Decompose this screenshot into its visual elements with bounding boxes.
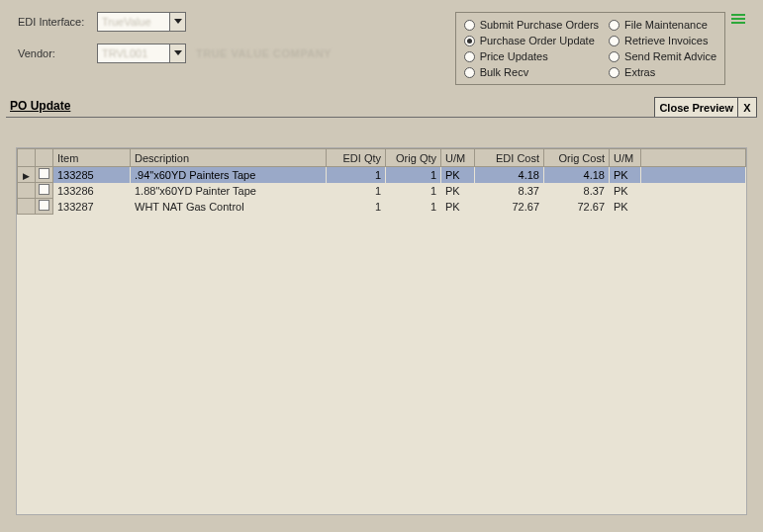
col-filler (641, 149, 746, 167)
radio-label: Retrieve Invoices (624, 35, 708, 46)
radio-price-updates[interactable]: Price Updates (464, 50, 599, 62)
cell-orig-cost: 4.18 (544, 167, 610, 183)
radio-label: Purchase Order Update (480, 35, 595, 46)
radio-dot-icon (464, 36, 475, 46)
edi-interface-value: TrueValue (102, 16, 151, 28)
cell-orig-qty: 1 (386, 167, 441, 183)
col-item[interactable]: Item (53, 149, 131, 167)
radio-bulk-recv[interactable]: Bulk Recv (464, 66, 599, 78)
cell-edi-cost: 4.18 (475, 167, 544, 183)
cell-edi-qty: 1 (327, 199, 386, 215)
grid-corner (18, 149, 36, 167)
radio-label: Extras (624, 66, 655, 78)
table-row[interactable]: 1332861.88"x60YD Painter Tape11PK8.378.3… (18, 183, 746, 199)
cell-filler (641, 167, 746, 183)
radio-label: Send Remit Advice (624, 50, 716, 62)
svg-marker-1 (174, 50, 182, 55)
radio-label: Submit Purchase Orders (480, 19, 599, 31)
row-marker (18, 199, 36, 215)
col-edi-qty[interactable]: EDI Qty (327, 149, 386, 167)
cell-filler (641, 183, 746, 199)
svg-rect-2 (731, 14, 745, 16)
col-desc[interactable]: Description (131, 149, 327, 167)
radio-dot-icon (609, 36, 620, 46)
radio-label: Bulk Recv (480, 66, 529, 78)
radio-dot-icon (464, 67, 475, 78)
vendor-label: Vendor: (18, 47, 97, 59)
radio-label: Price Updates (480, 50, 548, 62)
close-preview-button[interactable]: Close Preview (654, 97, 737, 117)
cell-item: 133287 (53, 199, 131, 215)
row-checkbox[interactable] (36, 167, 53, 183)
vendor-value: TRVL001 (102, 47, 147, 59)
cell-edi-qty: 1 (327, 183, 386, 199)
row-checkbox[interactable] (36, 183, 53, 199)
chevron-down-icon (169, 44, 185, 62)
cell-um1: PK (441, 183, 475, 199)
col-orig-cost[interactable]: Orig Cost (544, 149, 610, 167)
radio-dot-icon (609, 67, 620, 78)
cell-item: 133286 (53, 183, 131, 199)
cell-orig-cost: 8.37 (544, 183, 610, 199)
cell-orig-cost: 72.67 (544, 199, 610, 215)
radio-send-remit-advice[interactable]: Send Remit Advice (609, 50, 716, 62)
cell-desc: .94"x60YD Painters Tape (131, 167, 327, 183)
section-title: PO Update (6, 97, 72, 117)
cell-filler (641, 199, 746, 215)
cell-edi-cost: 8.37 (475, 183, 544, 199)
cell-desc: 1.88"x60YD Painter Tape (131, 183, 327, 199)
po-grid[interactable]: Item Description EDI Qty Orig Qty U/M ED… (16, 147, 747, 515)
edi-interface-combo[interactable]: TrueValue (97, 12, 186, 32)
cell-edi-cost: 72.67 (475, 199, 544, 215)
table-row[interactable]: 133287WHT NAT Gas Control11PK72.6772.67P… (18, 199, 746, 215)
grid-check-header (36, 149, 53, 167)
cell-um2: PK (610, 199, 641, 215)
cell-edi-qty: 1 (327, 167, 386, 183)
radio-extras[interactable]: Extras (609, 66, 716, 78)
row-marker: ▶ (18, 167, 36, 183)
table-row[interactable]: ▶133285.94"x60YD Painters Tape11PK4.184.… (18, 167, 746, 183)
close-x-button[interactable]: X (737, 97, 757, 117)
svg-rect-4 (731, 22, 745, 24)
vendor-name-text: TRUE VALUE COMPANY (196, 47, 332, 59)
svg-rect-3 (731, 18, 745, 20)
radio-dot-icon (464, 51, 475, 62)
cell-desc: WHT NAT Gas Control (131, 199, 327, 215)
radio-file-maintenance[interactable]: File Maintenance (609, 19, 716, 31)
col-orig-qty[interactable]: Orig Qty (386, 149, 441, 167)
col-um2[interactable]: U/M (610, 149, 641, 167)
radio-dot-icon (609, 20, 620, 31)
row-marker (18, 183, 36, 199)
cell-um1: PK (441, 167, 475, 183)
radio-dot-icon (609, 51, 620, 62)
cell-orig-qty: 1 (386, 183, 441, 199)
action-radio-group: Submit Purchase OrdersPurchase Order Upd… (455, 12, 725, 85)
svg-marker-0 (174, 19, 182, 24)
radio-purchase-order-update[interactable]: Purchase Order Update (464, 35, 599, 46)
radio-retrieve-invoices[interactable]: Retrieve Invoices (609, 35, 716, 46)
cell-item: 133285 (53, 167, 131, 183)
vendor-combo[interactable]: TRVL001 (97, 44, 186, 63)
row-checkbox[interactable] (36, 199, 53, 215)
cell-um1: PK (441, 199, 475, 215)
radio-dot-icon (464, 20, 475, 31)
cell-um2: PK (610, 167, 641, 183)
chevron-down-icon (169, 13, 185, 31)
col-um1[interactable]: U/M (441, 149, 475, 167)
cell-orig-qty: 1 (386, 199, 441, 215)
cell-um2: PK (610, 183, 641, 199)
radio-submit-purchase-orders[interactable]: Submit Purchase Orders (464, 19, 599, 31)
radio-label: File Maintenance (624, 19, 708, 31)
status-icon (731, 12, 745, 26)
col-edi-cost[interactable]: EDI Cost (475, 149, 544, 167)
edi-interface-label: EDI Interface: (18, 16, 97, 28)
